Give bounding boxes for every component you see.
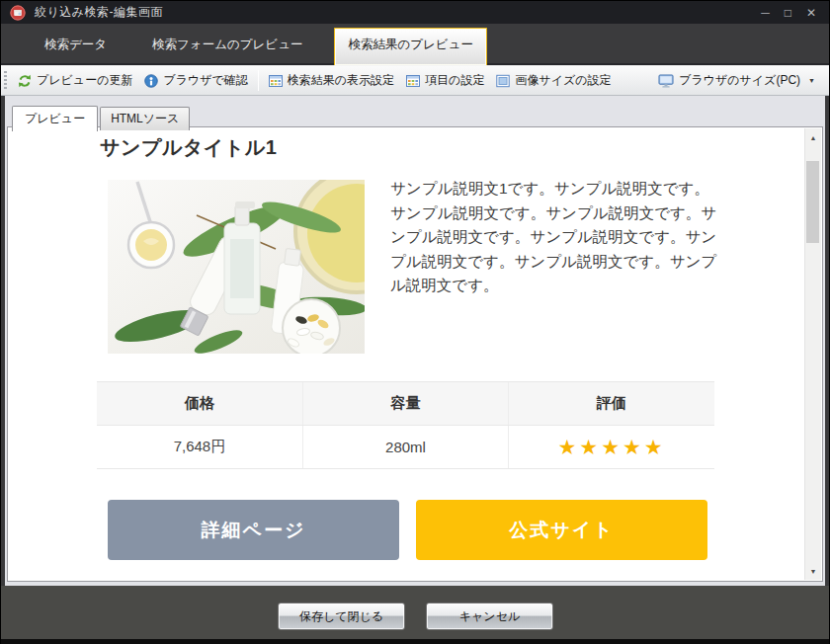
- table-row: 7,648円 280ml ★★★★★: [97, 426, 714, 469]
- vertical-scrollbar[interactable]: ▲ ▼: [804, 128, 821, 580]
- maximize-button[interactable]: □: [785, 7, 791, 19]
- table-header-row: 価格 容量 評価: [97, 382, 714, 426]
- titlebar: 絞り込み検索-編集画面 ─ □ ✕: [1, 1, 829, 24]
- tab-search-form-preview[interactable]: 検索フォームのプレビュー: [138, 29, 316, 63]
- toolbar-separator: [258, 70, 259, 91]
- close-button[interactable]: ✕: [806, 7, 816, 19]
- subtab-preview[interactable]: プレビュー: [12, 106, 98, 131]
- main-tabstrip: 検索データ 検索フォームのプレビュー 検索結果のプレビュー: [1, 24, 829, 65]
- product-image: [108, 180, 365, 354]
- footer-bar: 保存して閉じる キャンセル: [1, 586, 829, 644]
- browser-size-dropdown[interactable]: ブラウザのサイズ(PC) ▼: [652, 68, 821, 93]
- main-area: プレビュー HTMLソース サンプルタイトル1: [5, 96, 825, 586]
- check-browser-button[interactable]: ブラウザで確認: [138, 68, 253, 93]
- scrollbar-thumb[interactable]: [806, 161, 819, 243]
- cta-row: 詳細ページ 公式サイト: [108, 500, 707, 560]
- item-settings-label: 項目の設定: [425, 72, 484, 89]
- sample-description: サンプル説明文1です。サンプル説明文です。サンプル説明文です。サンプル説明文です…: [390, 177, 724, 298]
- refresh-icon: [18, 74, 32, 88]
- save-close-button[interactable]: 保存して閉じる: [278, 603, 405, 630]
- official-site-button[interactable]: 公式サイト: [416, 500, 707, 560]
- preview-page: サンプルタイトル1: [7, 126, 823, 582]
- update-preview-label: プレビューの更新: [37, 72, 132, 89]
- app-icon: [10, 5, 26, 21]
- image-size-settings-label: 画像サイズの設定: [515, 72, 611, 89]
- update-preview-button[interactable]: プレビューの更新: [12, 68, 138, 93]
- check-browser-label: ブラウザで確認: [163, 72, 247, 89]
- volume-value: 280ml: [302, 426, 508, 469]
- header-price: 価格: [97, 382, 302, 426]
- price-value: 7,648円: [97, 426, 302, 469]
- tab-search-result-preview[interactable]: 検索結果のプレビュー: [334, 28, 486, 65]
- item-settings-button[interactable]: 項目の設定: [400, 68, 490, 93]
- image-size-icon: [496, 74, 510, 88]
- table-settings-icon: [269, 74, 283, 88]
- subtab-html-source[interactable]: HTMLソース: [100, 107, 190, 130]
- rating-value: ★★★★★: [509, 426, 714, 469]
- scroll-up-icon[interactable]: ▲: [805, 129, 821, 145]
- minimize-button[interactable]: ─: [761, 7, 770, 19]
- browser-size-label: ブラウザのサイズ(PC): [679, 72, 800, 89]
- header-rating: 評価: [509, 382, 714, 426]
- display-settings-label: 検索結果の表示設定: [288, 72, 394, 89]
- info-icon: [144, 74, 158, 88]
- toolbar-grip: [4, 71, 7, 91]
- chevron-down-icon: ▼: [808, 77, 815, 84]
- window-title: 絞り込み検索-編集画面: [35, 4, 163, 21]
- subtab-strip: プレビュー HTMLソース: [7, 106, 190, 130]
- app-window: 絞り込み検索-編集画面 ─ □ ✕ 検索データ 検索フォームのプレビュー 検索結…: [0, 0, 830, 644]
- table-settings-icon: [406, 74, 420, 88]
- cancel-button[interactable]: キャンセル: [426, 603, 553, 630]
- image-size-settings-button[interactable]: 画像サイズの設定: [490, 68, 617, 93]
- display-settings-button[interactable]: 検索結果の表示設定: [263, 68, 400, 93]
- scroll-down-icon[interactable]: ▼: [805, 563, 821, 579]
- star-rating: ★★★★★: [558, 436, 666, 458]
- detail-page-button[interactable]: 詳細ページ: [108, 500, 399, 560]
- toolbar: プレビューの更新 ブラウザで確認 検索結果の表示設定: [1, 65, 829, 96]
- tab-search-data[interactable]: 検索データ: [31, 29, 121, 63]
- monitor-icon: [658, 74, 674, 88]
- header-volume: 容量: [302, 382, 508, 426]
- sample-title: サンプルタイトル1: [100, 134, 277, 161]
- spec-table: 価格 容量 評価 7,648円 280ml ★★★★★: [97, 381, 714, 469]
